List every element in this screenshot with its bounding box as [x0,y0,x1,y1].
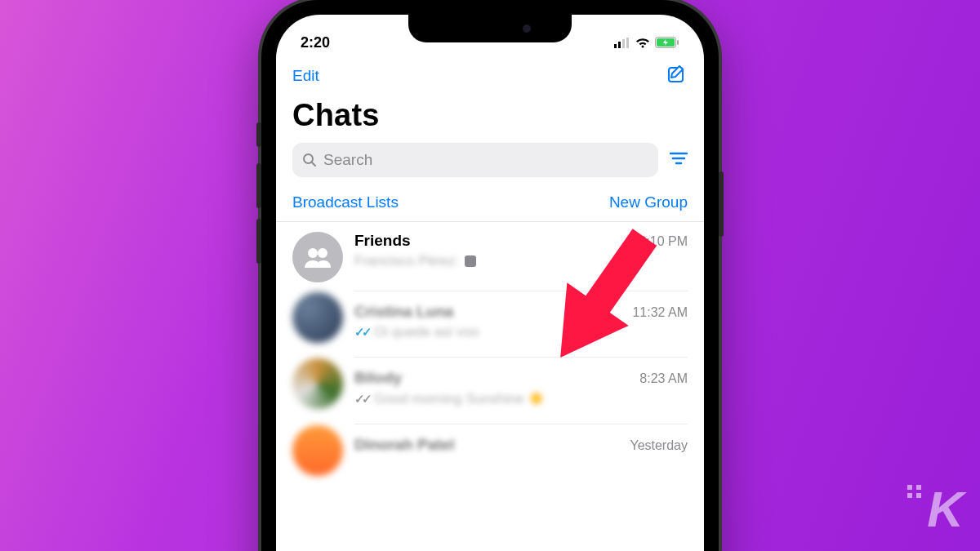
compose-icon [666,64,688,85]
chat-name: Cristina Luna [354,303,453,321]
chat-row[interactable]: Dinorah Patel Yesterday [276,425,704,486]
chat-preview: Oi quede así voo [374,324,479,340]
chat-row[interactable]: Friends 12:10 PM Francisco Pérez: [276,222,704,292]
svg-rect-15 [465,256,476,267]
chat-time: 12:10 PM [632,234,688,249]
volume-up-button [256,163,261,208]
chat-time: Yesterday [630,438,688,453]
delivered-receipt-icon: ✓✓ [354,392,369,407]
chat-list: Friends 12:10 PM Francisco Pérez: Cristi… [276,222,704,486]
broadcast-lists-link[interactable]: Broadcast Lists [292,193,399,211]
svg-rect-1 [618,42,621,48]
cellular-icon [614,38,630,48]
chat-name: Bilody [354,369,402,387]
page-title: Chats [276,93,704,143]
search-placeholder: Search [323,151,372,169]
edit-button[interactable]: Edit [292,67,319,85]
search-icon [302,153,317,167]
notch [408,15,572,42]
filter-button[interactable] [670,151,688,169]
new-group-link[interactable]: New Group [609,193,688,211]
avatar [292,358,343,409]
volume-down-button [256,219,261,264]
search-input[interactable]: Search [292,143,658,177]
avatar [292,292,343,343]
compose-button[interactable] [666,64,688,88]
chat-time: 11:32 AM [632,305,688,320]
chat-row[interactable]: Bilody 8:23 AM ✓✓ Good morning Sunshine … [276,358,704,425]
svg-rect-6 [677,40,679,45]
power-button [719,171,724,237]
avatar-group [292,232,343,282]
sticker-icon [464,255,477,268]
chat-name: Friends [354,232,411,250]
filter-icon [670,151,688,166]
svg-rect-3 [626,38,629,48]
chat-name: Dinorah Patel [354,436,454,454]
mute-switch [256,122,261,147]
svg-point-14 [318,248,327,258]
chat-row[interactable]: Cristina Luna 11:32 AM ✓✓ Oi quede así v… [276,292,704,358]
status-time: 2:20 [301,34,330,51]
svg-point-13 [308,248,318,258]
chat-preview: Francisco Pérez: [354,253,459,269]
watermark-logo: K [927,480,962,538]
read-receipt-icon: ✓✓ [354,325,369,340]
svg-rect-0 [614,44,617,48]
screen: 2:20 Edit Chats Search Broadcast [276,15,704,551]
avatar [292,425,343,476]
svg-rect-2 [622,39,625,48]
wifi-icon [635,38,650,48]
group-icon [301,245,334,269]
phone-frame: 2:20 Edit Chats Search Broadcast [261,0,719,551]
battery-charging-icon [655,37,679,48]
chat-preview: Good morning Sunshine ☀️ [374,390,545,407]
svg-line-9 [312,162,315,166]
chat-time: 8:23 AM [639,371,688,386]
